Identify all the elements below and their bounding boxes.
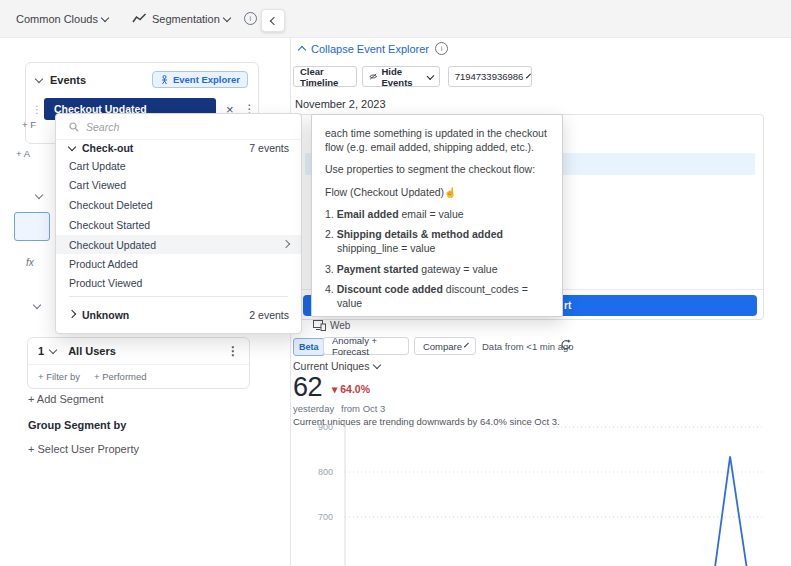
hide-events-button[interactable]: Hide Events [362, 66, 440, 87]
segment-kebab-icon[interactable]: ⋮ [227, 344, 239, 358]
metric-label: Current Uniques [293, 360, 369, 372]
performed-button[interactable]: + Performed [94, 371, 147, 382]
item-label: Checkout Updated [69, 239, 156, 251]
chevron-right-icon [282, 239, 290, 247]
uniques-chart: 700800900 [293, 421, 791, 566]
chevron-down-icon [373, 361, 381, 369]
chevron-right-icon [68, 310, 76, 318]
devices-icon [313, 320, 326, 331]
popover-step: 2. Shipping details & method added shipp… [325, 227, 549, 255]
popover-step: 1. Email added email = value [325, 207, 549, 221]
group-label: Check-out [82, 142, 133, 154]
drag-handle-icon[interactable]: ⋮⋮ [32, 104, 44, 115]
hide-events-label: Hide Events [381, 66, 423, 88]
beta-badge[interactable]: Beta [293, 338, 325, 356]
popover-paragraph: Flow (Checkout Updated)☝ [325, 185, 549, 200]
collapse-event-explorer-link[interactable]: Collapse Event Explorer i [299, 42, 448, 55]
segment-index: 1 [38, 345, 44, 357]
chevron-down-icon[interactable] [35, 74, 43, 82]
y-axis-tick-label: 800 [318, 467, 333, 477]
popover-step: 3. Payment started gateway = value [325, 262, 549, 276]
button-label-fragment: rt [564, 300, 571, 311]
popover-step: 4. Discount code added discount_codes = … [325, 282, 549, 310]
item-label: Product Viewed [69, 277, 142, 289]
dropdown-item-highlighted[interactable]: Checkout Updated [56, 235, 301, 254]
chevron-down-icon [464, 343, 469, 348]
user-id-selector[interactable]: 7194733936986 [448, 66, 532, 87]
y-axis-tick-label: 900 [318, 422, 333, 432]
info-icon[interactable]: i [244, 12, 257, 25]
platform-web-label: Web [313, 320, 350, 331]
chevron-down-icon [68, 143, 76, 151]
y-axis-tick-label: 700 [318, 512, 333, 522]
refresh-icon[interactable] [560, 339, 572, 351]
eye-off-icon [369, 72, 377, 81]
select-user-property-button[interactable]: + Select User Property [28, 443, 139, 455]
clear-timeline-label: Clear Timeline [300, 66, 350, 88]
chevron-up-icon [298, 45, 306, 53]
event-explorer-label: Event Explorer [173, 74, 240, 85]
project-name: Common Clouds [16, 13, 98, 25]
series-line [715, 456, 747, 566]
metric-compare-from: from Oct 3 [341, 403, 385, 414]
chevron-down-icon [223, 13, 231, 21]
app-screen: Common Clouds Segmentation i Events Even [0, 0, 791, 566]
timeline-date: November 2, 2023 [295, 98, 386, 110]
metric-selector[interactable]: Current Uniques [293, 360, 380, 372]
event-explorer-button[interactable]: Event Explorer [152, 71, 248, 88]
anomaly-forecast-button[interactable]: Anomaly + Forecast [323, 337, 409, 355]
events-title: Events [50, 74, 86, 86]
down-triangle-icon: ▾ [332, 383, 337, 395]
cursor-icon: ☝ [444, 187, 456, 198]
item-label: Cart Viewed [69, 179, 126, 191]
popover-paragraph: Use properties to segment the checkout f… [325, 162, 549, 176]
segment-card: 1 All Users ⋮ + Filter by + Performed [27, 337, 250, 389]
dropdown-group-unknown[interactable]: Unknown 2 events [56, 304, 301, 326]
group-count: 2 events [249, 309, 289, 321]
item-label: Product Added [69, 258, 138, 270]
dropdown-divider [69, 296, 288, 297]
group-segment-by-label: Group Segment by [28, 419, 126, 431]
chevron-down-icon[interactable] [49, 346, 57, 354]
web-label-text: Web [330, 320, 350, 331]
view-name: Segmentation [152, 13, 220, 25]
item-label: Checkout Deleted [69, 199, 152, 211]
compare-button[interactable]: Compare [414, 337, 476, 355]
filter-by-fragment[interactable]: + F [22, 119, 36, 130]
dropdown-item[interactable]: Product Added [56, 254, 301, 273]
group-count: 7 events [249, 142, 289, 154]
collapse-panel-button[interactable] [261, 9, 285, 32]
explorer-person-icon [160, 75, 169, 85]
search-icon [69, 122, 79, 132]
event-picker-dropdown: Search Check-out 7 events Cart Update Ca… [55, 113, 302, 334]
add-event-fragment[interactable]: + A [16, 148, 30, 159]
anomaly-label: Anomaly + Forecast [332, 335, 400, 357]
item-label: Checkout Started [69, 219, 150, 231]
metric-value: 62 [293, 372, 322, 403]
add-segment-button[interactable]: + Add Segment [28, 393, 104, 405]
popover-flow-label: Flow (Checkout Updated) [325, 186, 444, 198]
top-bar: Common Clouds Segmentation i [0, 0, 791, 38]
project-selector[interactable]: Common Clouds [16, 13, 110, 25]
chevron-down-icon [526, 73, 531, 78]
item-label: Cart Update [69, 160, 126, 172]
dropdown-item[interactable]: Cart Viewed [56, 175, 301, 194]
chevron-down-icon[interactable] [33, 301, 41, 309]
chevron-left-icon [270, 16, 278, 24]
clear-timeline-button[interactable]: Clear Timeline [293, 66, 357, 87]
dropdown-item[interactable]: Checkout Started [56, 215, 301, 234]
view-selector[interactable]: Segmentation [132, 13, 232, 25]
metric-box-fragment[interactable] [14, 212, 50, 241]
dropdown-group-checkout[interactable]: Check-out 7 events [56, 139, 301, 157]
filter-by-button[interactable]: + Filter by [38, 371, 80, 382]
chevron-down-icon [101, 13, 109, 21]
segment-name[interactable]: All Users [68, 345, 116, 357]
info-icon[interactable]: i [435, 42, 448, 55]
formula-fx-icon[interactable]: fx [26, 257, 34, 268]
dropdown-search-input[interactable]: Search [56, 114, 301, 140]
dropdown-item[interactable]: Product Viewed [56, 273, 301, 292]
dropdown-item[interactable]: Cart Update [56, 156, 301, 175]
popover-paragraph: each time something is updated in the ch… [325, 126, 549, 154]
dropdown-item[interactable]: Checkout Deleted [56, 195, 301, 214]
chevron-down-icon[interactable] [35, 191, 43, 199]
